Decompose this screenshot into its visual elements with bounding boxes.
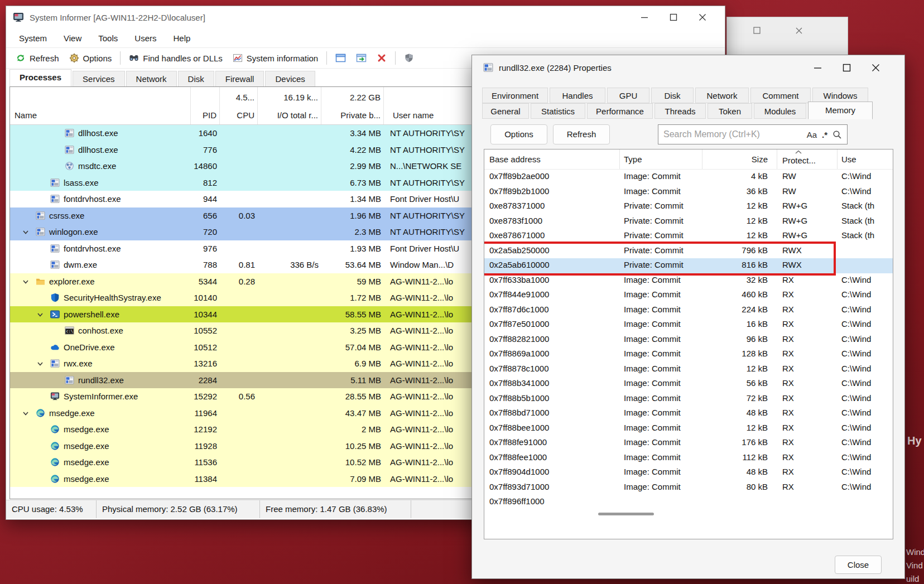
use-cell: C:\Wind (841, 393, 892, 403)
tab-processes[interactable]: Processes (9, 69, 71, 87)
title-bar[interactable]: System Informer [AG-WIN11-22H2-D\localus… (6, 6, 725, 28)
options-button[interactable]: Options (490, 124, 547, 144)
column-header-cpu[interactable]: 4.5...CPU (220, 87, 258, 124)
minimize-icon[interactable] (803, 55, 832, 80)
column-header-type[interactable]: Type (624, 155, 642, 164)
open-window-button[interactable] (351, 50, 372, 66)
column-header-pid[interactable]: PID (191, 87, 220, 124)
memory-row[interactable]: 0x7ff8904d1000Image: Commit48 kBRXC:\Win… (484, 465, 893, 480)
tab-modules[interactable]: Modules (754, 103, 806, 119)
menu-view[interactable]: View (55, 33, 90, 43)
horizontal-scrollbar[interactable] (598, 513, 654, 515)
memory-row[interactable]: 0x7ff882821000Image: Commit96 kBRXC:\Win… (484, 332, 893, 347)
sort-ascending-icon (795, 150, 802, 155)
memory-row[interactable]: 0x7ff89b2ae000Image: Commit4 kBRWC:\Wind (484, 170, 893, 185)
memory-row[interactable]: 0xe878371000Private: Commit12 kBRW+GStac… (484, 199, 893, 214)
tab-network[interactable]: Network (695, 88, 749, 103)
memory-row[interactable]: 0x7ff893d71000Image: Commit80 kBRXC:\Win… (484, 480, 893, 495)
options-button[interactable]: Options (64, 50, 117, 66)
memory-row[interactable]: 0x7ff88fe91000Image: Commit176 kBRXC:\Wi… (484, 436, 893, 451)
menu-help[interactable]: Help (165, 33, 199, 43)
memory-row[interactable]: 0x7ff896ff1000 (484, 495, 893, 510)
minimize-icon[interactable] (630, 6, 659, 28)
close-icon[interactable] (688, 6, 717, 28)
type-cell: Private: Commit (624, 216, 718, 225)
tab-threads[interactable]: Threads (654, 103, 706, 119)
tab-firewall[interactable]: Firewall (215, 71, 264, 87)
memory-row[interactable]: 0x2a5ab610000Private: Commit816 kBRWX (484, 258, 893, 273)
close-icon[interactable] (861, 55, 890, 80)
private-bytes-cell: 1.34 MB (321, 194, 384, 204)
tab-token[interactable]: Token (708, 103, 752, 119)
tab-memory[interactable]: Memory (808, 102, 873, 119)
memory-row[interactable]: 0x2a5ab250000Private: Commit796 kBRWX (484, 244, 893, 259)
memory-row[interactable]: 0x7ff633ba1000Image: Commit32 kBRXC:\Win… (484, 273, 893, 288)
memory-row[interactable]: 0x7ff8869a1000Image: Commit128 kBRXC:\Wi… (484, 347, 893, 362)
expand-chevron-icon[interactable] (21, 277, 30, 286)
memory-table-header[interactable]: Base address Type Size Protect... Use (484, 149, 893, 170)
tab-gpu[interactable]: GPU (607, 88, 649, 103)
memory-row[interactable]: 0x7ff8878c1000Image: Commit12 kBRXC:\Win… (484, 362, 893, 377)
terminate-button[interactable] (372, 50, 392, 66)
tab-handles[interactable]: Handles (550, 88, 605, 103)
menu-tools[interactable]: Tools (90, 33, 126, 43)
maximize-icon[interactable] (752, 25, 763, 36)
memory-row[interactable]: 0x7ff87e501000Image: Commit16 kBRXC:\Win… (484, 317, 893, 332)
memory-row[interactable]: 0x7ff87d6c1000Image: Commit224 kBRXC:\Wi… (484, 303, 893, 318)
memory-row[interactable]: 0x7ff88fee1000Image: Commit112 kBRXC:\Wi… (484, 451, 893, 466)
memory-row[interactable]: 0xe8783f1000Private: Commit12 kBRW+GStac… (484, 214, 893, 229)
tab-comment[interactable]: Comment (750, 88, 811, 103)
memory-row[interactable]: 0xe878671000Private: Commit12 kBRW+GStac… (484, 229, 893, 244)
tab-general[interactable]: General (482, 103, 529, 119)
column-header-base-address[interactable]: Base address (489, 155, 541, 164)
column-header-use[interactable]: Use (841, 155, 856, 164)
tab-environment[interactable]: Environment (482, 88, 548, 103)
tab-network[interactable]: Network (126, 71, 177, 87)
always-on-top-button[interactable] (330, 50, 351, 66)
tab-disk[interactable]: Disk (651, 88, 694, 103)
column-header-name[interactable]: Name (10, 87, 191, 124)
expand-chevron-icon[interactable] (36, 310, 45, 319)
maximize-icon[interactable] (832, 55, 861, 80)
expand-chevron-icon[interactable] (36, 359, 45, 368)
tab-services[interactable]: Services (73, 71, 125, 87)
match-case-icon[interactable]: Aa (807, 130, 817, 139)
refresh-button[interactable]: Refresh (553, 124, 610, 144)
memory-row[interactable]: 0x7ff844e91000Image: Commit460 kBRXC:\Wi… (484, 288, 893, 303)
memory-search-input[interactable]: Search Memory (Ctrl+K) Aa .* (658, 124, 848, 144)
security-button[interactable] (399, 50, 419, 66)
column-header-size[interactable]: Size (708, 155, 768, 164)
maximize-icon[interactable] (659, 6, 688, 28)
use-cell: C:\Wind (841, 378, 892, 388)
column-header-protection[interactable]: Protect... (782, 156, 816, 165)
menu-system[interactable]: System (11, 33, 55, 43)
find-handles-button[interactable]: Find handles or DLLs (124, 50, 228, 66)
use-cell: Stack (th (841, 201, 892, 210)
close-button[interactable]: Close (835, 556, 882, 574)
tab-windows[interactable]: Windows (812, 88, 868, 103)
expand-chevron-icon[interactable] (21, 228, 30, 237)
tab-statistics[interactable]: Statistics (531, 103, 585, 119)
memory-row[interactable]: 0x7ff88b5b1000Image: Commit72 kBRXC:\Win… (484, 392, 893, 407)
close-icon[interactable] (793, 25, 805, 36)
memory-row[interactable]: 0x7ff88bd71000Image: Commit48 kBRXC:\Win… (484, 406, 893, 421)
tab-performance[interactable]: Performance (587, 103, 653, 119)
menu-bar: SystemViewToolsUsersHelp (6, 28, 725, 47)
memory-row[interactable]: 0x7ff88b341000Image: Commit56 kBRXC:\Win… (484, 377, 893, 392)
size-cell: 72 kB (708, 393, 768, 403)
column-header-io[interactable]: 16.19 k...I/O total r... (258, 87, 321, 124)
regex-icon[interactable]: .* (822, 130, 827, 139)
memory-row[interactable]: 0x7ff88bee1000Image: Commit12 kBRXC:\Win… (484, 421, 893, 436)
base-address-cell: 0x7ff844e91000 (489, 289, 615, 299)
refresh-button[interactable]: Refresh (11, 50, 64, 66)
tab-devices[interactable]: Devices (265, 71, 315, 87)
tab-disk[interactable]: Disk (178, 71, 214, 87)
search-icon[interactable] (832, 130, 842, 139)
system-information-button[interactable]: System information (228, 50, 323, 66)
memory-row[interactable]: 0x7ff89b2b1000Image: Commit36 kBRWC:\Win… (484, 185, 893, 200)
desktop-watermark: Hy (907, 435, 922, 447)
column-header-private[interactable]: 2.22 GBPrivate b... (321, 87, 384, 124)
dialog-title-bar[interactable]: rundll32.exe (2284) Properties (472, 55, 904, 80)
menu-users[interactable]: Users (126, 33, 165, 43)
expand-chevron-icon[interactable] (21, 409, 30, 418)
